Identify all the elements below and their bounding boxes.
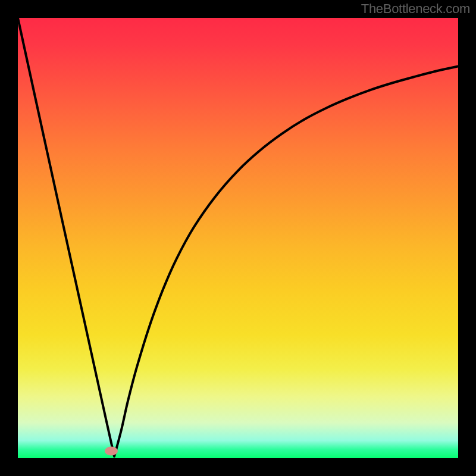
plot-area (18, 18, 458, 458)
bottleneck-curve (18, 18, 458, 456)
watermark-text: TheBottleneck.com (361, 1, 470, 17)
chart-frame: TheBottleneck.com (0, 0, 476, 476)
optimum-marker (105, 447, 118, 456)
curve-svg (18, 18, 458, 458)
